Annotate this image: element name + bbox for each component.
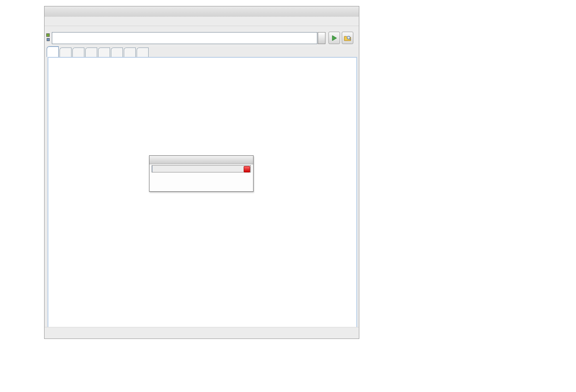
- tab-style[interactable]: [72, 48, 84, 57]
- uri-toolbar: [45, 26, 359, 47]
- tab-data[interactable]: [98, 48, 110, 57]
- autoplot-window: [44, 6, 359, 339]
- tab-script[interactable]: [124, 48, 136, 57]
- plot-canvas[interactable]: [48, 58, 356, 327]
- uri-input[interactable]: [52, 32, 317, 44]
- tab-canvas[interactable]: [47, 46, 59, 57]
- tab-layout[interactable]: [85, 48, 97, 57]
- go-button[interactable]: [328, 32, 340, 44]
- tab-axes[interactable]: [60, 48, 72, 57]
- folder-search-icon: [344, 35, 352, 42]
- statusbar: [45, 327, 359, 339]
- tab-metadata[interactable]: [111, 48, 123, 57]
- datasource-type-icon: [46, 33, 50, 37]
- canvas-panel: [48, 57, 357, 328]
- progress-dialog-titlebar[interactable]: [149, 156, 253, 164]
- progress-bar-fill: [152, 166, 152, 172]
- progress-bar: [152, 165, 251, 172]
- datasource-type-icon2: [47, 38, 50, 41]
- inspect-uri-button[interactable]: [342, 32, 353, 44]
- tabstrip: [45, 47, 359, 57]
- window-titlebar[interactable]: [45, 6, 359, 17]
- tab-console[interactable]: [137, 48, 149, 57]
- stop-button[interactable]: [244, 166, 250, 172]
- plot-area[interactable]: [48, 58, 356, 327]
- uri-dropdown-button[interactable]: [318, 32, 325, 44]
- menubar: [45, 17, 359, 26]
- progress-monitor-dialog: [149, 155, 254, 192]
- play-icon: [331, 35, 338, 42]
